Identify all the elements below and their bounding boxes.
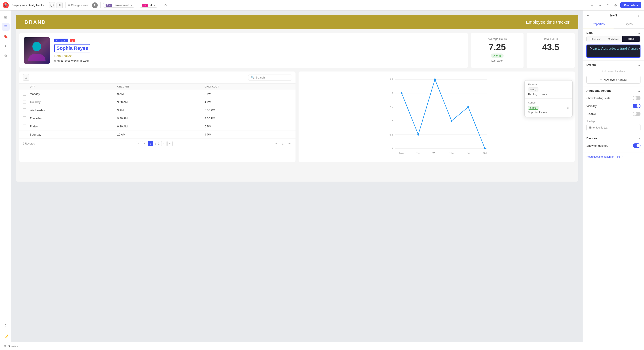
sidebar-item-settings[interactable]: ⚙ bbox=[2, 52, 10, 60]
show-desktop-label: Show on desktop bbox=[586, 144, 608, 147]
panel-tabs: Properties Styles bbox=[583, 20, 644, 29]
page-first[interactable]: « bbox=[136, 141, 141, 146]
additional-actions-section: Additional Actions ▲ Show loading state … bbox=[583, 86, 644, 134]
copy-button[interactable]: ⧉ bbox=[567, 107, 569, 110]
gear-icon[interactable]: ⚙ bbox=[612, 2, 618, 8]
row-day: Thursday bbox=[30, 117, 117, 120]
delete-button[interactable]: 🗑 bbox=[70, 39, 75, 42]
page-number[interactable]: 1 bbox=[148, 141, 153, 146]
grid-icon[interactable]: ⊞ bbox=[56, 2, 63, 8]
html-btn[interactable]: HTML bbox=[622, 36, 640, 42]
info-icon: ℹ bbox=[602, 70, 603, 73]
devices-section-header[interactable]: Devices ▲ bbox=[583, 134, 644, 142]
ver-badge: ver bbox=[142, 4, 148, 7]
page-next[interactable]: › bbox=[161, 141, 166, 146]
svg-point-25 bbox=[468, 106, 469, 108]
disable-toggle[interactable] bbox=[632, 112, 640, 116]
tab-properties[interactable]: Properties bbox=[583, 20, 614, 28]
sidebar-item-components[interactable]: ☰ bbox=[2, 23, 10, 31]
show-desktop-toggle[interactable] bbox=[632, 143, 640, 148]
row-checkout: 4 PM bbox=[204, 133, 292, 136]
promote-button[interactable]: Promote » bbox=[620, 2, 641, 8]
events-section: Events ▲ ℹ No event handlers ＋ New event… bbox=[583, 61, 644, 86]
col-header-checkin: CHECKIN bbox=[117, 85, 204, 88]
col-header-check bbox=[23, 85, 30, 88]
panel-back-button[interactable]: ← bbox=[586, 13, 590, 17]
env-selector[interactable]: Env Development ▾ bbox=[103, 3, 134, 8]
col-header-day: DAY bbox=[30, 85, 117, 88]
share-icon[interactable]: ⤴ bbox=[604, 2, 611, 8]
header-title: Employee time tracker bbox=[526, 20, 570, 25]
row-checkbox[interactable] bbox=[23, 125, 26, 128]
devices-section-title: Devices bbox=[586, 137, 597, 140]
panel-title: text3 bbox=[610, 14, 617, 17]
sidebar-item-moon[interactable]: 🌙 bbox=[2, 331, 10, 339]
svg-text:Tue: Tue bbox=[416, 152, 420, 154]
search-box[interactable]: 🔍 Search bbox=[248, 75, 292, 80]
data-section-title: Data bbox=[586, 31, 592, 35]
download-btn[interactable]: ⤓ bbox=[280, 141, 286, 146]
tooltip-input[interactable] bbox=[586, 124, 640, 131]
ver-selector[interactable]: ver v1 ▾ bbox=[140, 3, 157, 8]
row-checkin: 10 AM bbox=[117, 133, 204, 136]
ver-value: v1 bbox=[150, 4, 152, 7]
code-editor[interactable]: {{variables.selectedEmp[0].name}} bbox=[586, 45, 640, 58]
svg-text:Mon: Mon bbox=[399, 152, 404, 154]
panel-header: ← text3 ⋮ bbox=[583, 11, 644, 20]
view-btn[interactable]: 👁 bbox=[287, 141, 292, 146]
row-checkbox[interactable] bbox=[23, 133, 26, 136]
additional-actions-header[interactable]: Additional Actions ▲ bbox=[583, 86, 644, 94]
row-checkout: 5:30 PM bbox=[204, 109, 292, 112]
col-header-checkout: CHECKOUT bbox=[204, 85, 292, 88]
svg-point-21 bbox=[401, 92, 402, 94]
canvas-area[interactable]: BRAND Employee time tracker bbox=[12, 11, 583, 342]
current-type-badge: String bbox=[528, 106, 538, 110]
sidebar-item-home[interactable]: ⊞ bbox=[2, 13, 10, 21]
current-label: Current bbox=[528, 101, 569, 104]
page-prev[interactable]: ‹ bbox=[142, 141, 147, 146]
filter-button[interactable]: ⊿ bbox=[23, 74, 29, 81]
page-last[interactable]: » bbox=[167, 141, 172, 146]
open-braces: {{ bbox=[590, 47, 592, 50]
comment-icon[interactable]: 💬 bbox=[49, 2, 55, 8]
brand-text: BRAND bbox=[24, 19, 46, 25]
app-preview: BRAND Employee time tracker bbox=[16, 15, 578, 182]
row-checkout: 4 PM bbox=[204, 100, 292, 104]
sidebar-item-bookmark[interactable]: 🔖 bbox=[2, 33, 10, 40]
plain-text-btn[interactable]: Plain text bbox=[586, 36, 604, 42]
status-dot bbox=[68, 5, 70, 6]
row-checkbox[interactable] bbox=[23, 108, 26, 112]
topbar: 🚀 Employee activity tracker 💬 ⊞ Changes … bbox=[0, 0, 644, 11]
redo-icon[interactable]: ↪ bbox=[597, 2, 603, 8]
markdown-btn[interactable]: Markdown bbox=[604, 36, 622, 42]
read-docs-link[interactable]: Read documentation for Text → bbox=[586, 155, 624, 158]
row-checkbox[interactable] bbox=[23, 92, 26, 96]
row-checkbox[interactable] bbox=[23, 100, 26, 104]
new-event-button[interactable]: ＋ New event handler bbox=[586, 76, 640, 84]
table-row: Wednesday 9 AM 5:30 PM bbox=[19, 106, 296, 114]
stat-change: ↗ 0.35 bbox=[491, 54, 503, 58]
settings-icon[interactable]: ⟳ bbox=[163, 2, 169, 8]
employee-email: shopia.reyes@example.com bbox=[54, 59, 464, 62]
row-checkbox[interactable] bbox=[23, 116, 26, 120]
svg-point-22 bbox=[418, 134, 419, 135]
svg-point-23 bbox=[434, 79, 436, 80]
svg-point-2 bbox=[33, 42, 41, 51]
total-value: 43.5 bbox=[531, 42, 570, 52]
row-day: Tuesday bbox=[30, 100, 117, 104]
events-section-header[interactable]: Events ▲ bbox=[583, 61, 644, 68]
events-section-title: Events bbox=[586, 63, 596, 66]
tab-styles[interactable]: Styles bbox=[614, 20, 644, 28]
data-section-header[interactable]: Data ▲ bbox=[583, 29, 644, 36]
svg-text:6: 6 bbox=[392, 147, 393, 150]
user-avatar[interactable]: P bbox=[92, 3, 98, 8]
sidebar-item-help[interactable]: ? bbox=[2, 322, 10, 330]
undo-icon[interactable]: ↩ bbox=[589, 2, 595, 8]
panel-menu-button[interactable]: ⋮ bbox=[637, 13, 640, 17]
loading-state-toggle[interactable] bbox=[632, 96, 640, 100]
read-docs-row: Read documentation for Text → bbox=[583, 152, 644, 161]
sidebar-item-sparkle[interactable]: ✦ bbox=[2, 42, 10, 50]
visibility-toggle[interactable] bbox=[632, 104, 640, 108]
add-row-btn[interactable]: + bbox=[274, 141, 279, 146]
separator2 bbox=[100, 2, 100, 8]
